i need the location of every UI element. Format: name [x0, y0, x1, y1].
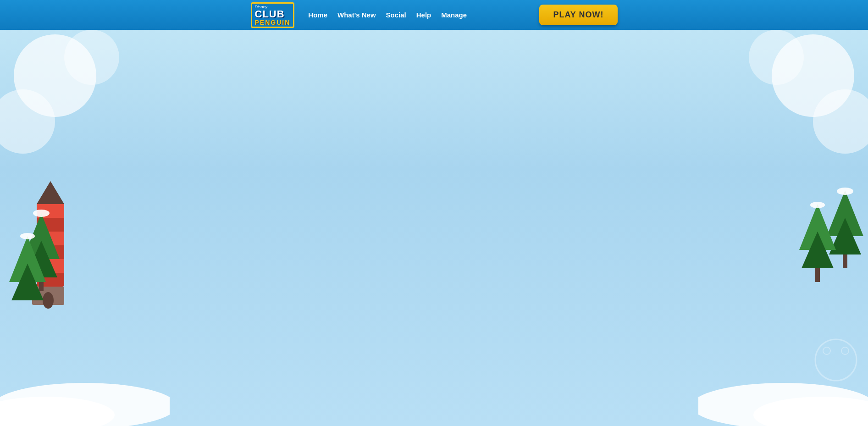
logo[interactable]: Disney CLUB PENGUIN — [251, 2, 295, 28]
nav-social[interactable]: Social — [386, 11, 406, 19]
nav-home[interactable]: Home — [308, 11, 327, 19]
nav-whats-new[interactable]: What's New — [337, 11, 376, 19]
play-now-button[interactable]: PLAY NOW! — [539, 5, 617, 25]
nav-manage[interactable]: Manage — [441, 11, 467, 19]
nav-help[interactable]: Help — [416, 11, 431, 19]
logo-penguin: PENGUIN — [255, 19, 291, 26]
header: Disney CLUB PENGUIN Home What's New Soci… — [0, 0, 868, 30]
logo-club: CLUB — [255, 9, 291, 19]
main-nav: Home What's New Social Help Manage — [308, 11, 539, 19]
